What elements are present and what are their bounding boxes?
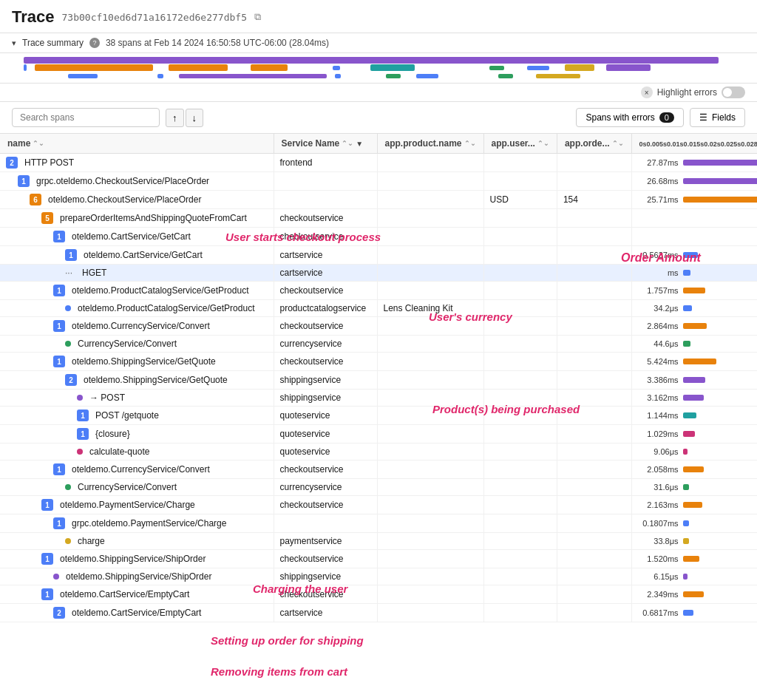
sort-asc-button[interactable]: ↑ [166,109,184,127]
col-header-product[interactable]: app.product.name ⌃⌄ [377,134,483,154]
table-row[interactable]: 1grpc.oteldemo.PaymentService/Charge0.18… [0,514,757,533]
span-service: paymentservice [274,533,377,550]
span-name: oteldemo.ProductCatalogService/GetProduc… [78,303,254,313]
close-highlight-icon[interactable]: × [641,86,653,98]
span-count-badge: 2 [65,374,77,386]
span-mini-bar [683,466,704,472]
table-row[interactable]: 1POST /getquotequoteservice1.144ms [0,407,757,425]
span-user [483,533,557,550]
service-filter-icon[interactable]: ▼ [356,140,363,148]
span-user [483,479,557,496]
row-context-menu[interactable]: ··· [65,268,72,278]
table-row[interactable]: 2oteldemo.ShippingService/GetQuoteshippi… [0,371,757,390]
span-mini-bar [683,178,757,184]
span-service: checkoutservice [274,585,377,604]
table-row[interactable]: calculate-quotequoteservice9.06μs [0,444,757,461]
span-name: POST /getquote [95,410,159,421]
table-row[interactable]: 1oteldemo.ShippingService/ShipOrdercheck… [0,550,757,568]
span-name: {closure} [95,429,130,439]
table-row[interactable]: 2oteldemo.CartService/EmptyCartcartservi… [0,604,757,622]
span-timeline: 2.349ms [638,590,757,599]
span-user: USD [483,191,557,209]
table-row[interactable]: chargepaymentservice33.8μs [0,533,757,550]
chevron-down-icon[interactable]: ▾ [12,38,16,48]
span-user [483,282,557,300]
table-row[interactable]: 5prepareOrderItemsAndShippingQuoteFromCa… [0,209,757,228]
span-order [557,317,631,336]
span-product [377,191,483,209]
span-order [557,479,631,496]
product-sort-icon[interactable]: ⌃⌄ [464,140,476,147]
table-row[interactable]: 1oteldemo.CurrencyService/Convertcheckou… [0,317,757,336]
service-sort-icon[interactable]: ⌃⌄ [342,140,353,147]
table-row[interactable]: 1oteldemo.CartService/GetCartcartservice… [0,246,757,265]
fields-button[interactable]: ☰ Fields [690,108,745,127]
table-row[interactable]: → POSTshippingservice3.162ms [0,390,757,407]
table-row[interactable]: 1{closure}quoteservice1.029ms [0,425,757,444]
spans-with-errors-button[interactable]: Spans with errors 0 [576,108,684,127]
span-duration: 0.5637ms [638,251,679,259]
table-row[interactable]: oteldemo.ProductCatalogService/GetProduc… [0,300,757,317]
span-order [557,300,631,317]
span-user [483,568,557,585]
table-row[interactable]: 1oteldemo.ProductCatalogService/GetProdu… [0,282,757,300]
table-row[interactable]: 1oteldemo.ShippingService/GetQuotechecko… [0,353,757,371]
table-row[interactable]: 6oteldemo.CheckoutService/PlaceOrderUSD1… [0,191,757,209]
col-header-user[interactable]: app.user... ⌃⌄ [483,134,557,154]
span-service: shippingservice [274,568,377,585]
table-row[interactable]: CurrencyService/Convertcurrencyservice44… [0,336,757,353]
search-input[interactable] [12,108,160,127]
span-mini-bar [683,252,698,258]
table-row[interactable]: 1grpc.oteldemo.CheckoutService/PlaceOrde… [0,172,757,191]
span-user [483,336,557,353]
span-timeline: 5.424ms [638,357,757,366]
table-row[interactable]: 1oteldemo.CurrencyService/Convertcheckou… [0,461,757,479]
span-mini-bar [683,484,689,490]
table-row[interactable]: oteldemo.ShippingService/ShipOrdershippi… [0,568,757,585]
copy-icon[interactable]: ⧉ [254,11,261,23]
span-mini-bar [683,197,757,203]
table-row[interactable]: 2HTTP POSTfrontend27.87ms🔗 [0,154,757,172]
span-count-badge: 1 [53,463,65,475]
header: Trace 73b00cf10ed6d71a16172ed6e277dbf5 ⧉ [0,0,757,33]
table-row[interactable]: CurrencyService/Convertcurrencyservice31… [0,479,757,496]
span-name: grpc.oteldemo.CheckoutService/PlaceOrder [36,176,209,186]
highlight-errors-control[interactable]: × Highlight errors [641,86,745,98]
span-timeline: 27.87ms🔗 [638,158,757,168]
highlight-errors-toggle[interactable] [722,86,745,98]
sort-desc-button[interactable]: ↓ [186,109,204,127]
col-header-order[interactable]: app.orde... ⌃⌄ [557,134,631,154]
span-user [483,444,557,461]
span-timeline: 25.71ms [638,195,757,204]
span-count-badge: 2 [53,607,65,619]
annotation-shipping: Setting up order for shipping [211,634,364,647]
span-service: quoteservice [274,444,377,461]
table-row[interactable]: 1oteldemo.CartService/EmptyCartcheckouts… [0,585,757,604]
span-service: frontend [274,154,377,172]
trace-summary-toggle[interactable]: Trace summary [22,38,84,48]
info-icon[interactable]: ? [89,38,100,48]
span-order [557,390,631,407]
span-order [557,282,631,300]
col-header-service[interactable]: Service Name ⌃⌄ ▼ [274,134,377,154]
user-sort-icon[interactable]: ⌃⌄ [537,140,549,147]
span-product [377,479,483,496]
span-product [377,336,483,353]
table-row[interactable]: 1oteldemo.PaymentService/Chargecheckouts… [0,496,757,514]
span-duration: 44.6μs [638,339,679,348]
span-dot [65,341,71,347]
span-mini-bar [683,234,686,239]
span-product [377,246,483,265]
span-order [557,246,631,265]
span-user [483,496,557,514]
table-row[interactable]: 1oteldemo.CartService/GetCartcheckoutser… [0,228,757,246]
table-row[interactable]: ···HGETcartservicems [0,265,757,282]
span-count-badge: 5 [41,212,53,224]
span-order [557,550,631,568]
span-timeline: 6.15μs [638,572,757,581]
span-product [377,371,483,390]
name-sort-icon[interactable]: ⌃⌄ [33,140,44,147]
span-mini-bar [683,431,695,437]
span-product [377,550,483,568]
order-sort-icon[interactable]: ⌃⌄ [612,140,624,147]
